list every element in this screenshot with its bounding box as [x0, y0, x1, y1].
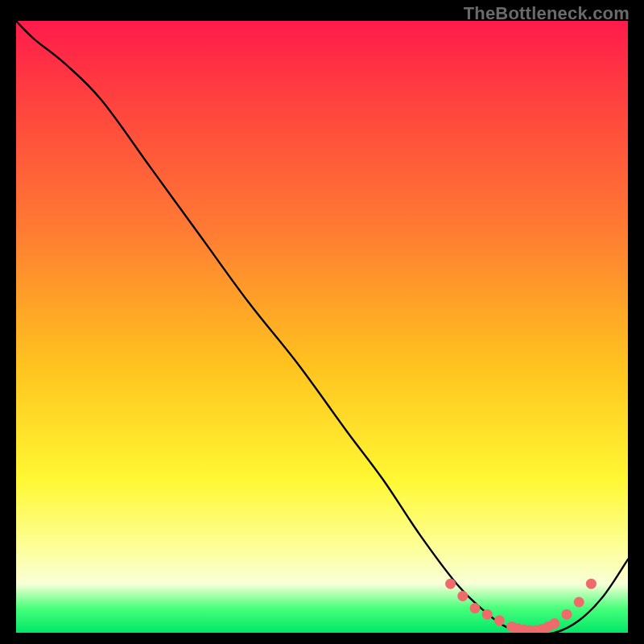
- bottleneck-curve: [16, 21, 628, 633]
- curve-svg: [16, 21, 628, 633]
- highlight-dot: [574, 597, 584, 608]
- highlight-dot: [457, 591, 468, 601]
- highlight-dot: [494, 615, 505, 625]
- chart-frame: TheBottleneck.com: [0, 0, 644, 644]
- highlight-dot: [549, 618, 559, 629]
- highlight-dot: [470, 603, 481, 613]
- plot-area: [16, 21, 628, 633]
- highlight-dot: [445, 579, 456, 589]
- highlight-dot: [482, 609, 493, 620]
- highlight-dot: [562, 609, 572, 620]
- highlight-dot: [586, 579, 597, 589]
